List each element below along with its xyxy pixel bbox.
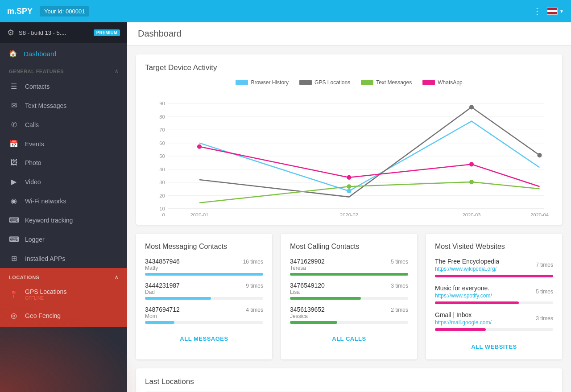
msg-contact-2-times: 9 times xyxy=(246,283,263,289)
calls-icon: ✆ xyxy=(9,120,19,129)
messages-icon: ✉ xyxy=(9,101,19,110)
logo: m.SPY xyxy=(7,7,33,16)
keyword-icon: ⌨ xyxy=(9,216,19,224)
call-contact-2-number: 3476549120 xyxy=(290,282,325,289)
sidebar-item-text-messages[interactable]: ✉ Text Messages xyxy=(0,96,127,115)
sidebar-item-keyword[interactable]: ⌨ Keyword tracking xyxy=(0,210,127,230)
flag-icon xyxy=(547,8,558,15)
legend-browser-label: Browser History xyxy=(251,79,289,86)
messaging-contacts-title: Most Messaging Contacts xyxy=(145,243,263,251)
legend-whatsapp: WhatsApp xyxy=(422,79,462,86)
sidebar-item-dashboard[interactable]: 🏠 Dashboard xyxy=(0,43,127,64)
messaging-contact-2: 3444231987 Dad 9 times xyxy=(145,282,263,300)
last-locations-card: Last Locations xyxy=(136,368,562,392)
all-messages-link[interactable]: ALL MESSAGES xyxy=(180,335,228,342)
device-name: S8 - build 13 - 5.... xyxy=(19,29,89,36)
collapse-icon: ∧ xyxy=(115,68,119,74)
msg-contact-1-times: 16 times xyxy=(243,259,263,265)
svg-point-28 xyxy=(469,180,474,184)
svg-point-26 xyxy=(537,153,542,157)
msg-contact-3-number: 3487694712 xyxy=(145,306,180,313)
sidebar-item-contacts[interactable]: ☰ Contacts xyxy=(0,77,127,96)
chart-svg: 90 80 70 60 50 40 30 20 10 0 2020-01 202… xyxy=(145,91,553,216)
device-bar: ⚙ S8 - build 13 - 5.... PREMIUM xyxy=(0,22,127,43)
sidebar-item-geofencing[interactable]: ◎ Geo Fencing xyxy=(0,306,127,325)
content-body: Target Device Activity Browser History G… xyxy=(127,45,571,392)
legend-browser: Browser History xyxy=(236,79,289,86)
svg-text:2020-04: 2020-04 xyxy=(530,212,549,216)
text-messages-label: Text Messages xyxy=(25,102,66,109)
msg-contact-2-number: 3444231987 xyxy=(145,282,180,289)
calling-contact-3: 3456139652 Jessica 2 times xyxy=(290,306,408,324)
apps-icon: ⊞ xyxy=(9,254,19,263)
call-contact-2-times: 3 times xyxy=(391,283,408,289)
all-calls-link[interactable]: ALL CALLS xyxy=(332,335,366,342)
geofencing-label: Geo Fencing xyxy=(25,312,61,319)
last-locations-title: Last Locations xyxy=(145,377,553,386)
chevron-icon: ▼ xyxy=(559,9,564,14)
messaging-contact-1: 3434857946 Matty 16 times xyxy=(145,258,263,276)
calling-contacts-title: Most Calling Contacts xyxy=(290,243,408,251)
svg-text:30: 30 xyxy=(159,180,165,185)
sidebar-item-wifi[interactable]: ◉ Wi-Fi networks xyxy=(0,191,127,210)
sidebar-item-installed-apps[interactable]: ⊞ Installed APPs xyxy=(0,249,127,268)
sidebar-item-calls[interactable]: ✆ Calls xyxy=(0,115,127,134)
website-3-url[interactable]: https://mail.google.com/ xyxy=(435,319,492,326)
all-calls-link-container: ALL CALLS xyxy=(290,330,408,342)
sidebar-item-video[interactable]: ▶ Video xyxy=(0,172,127,191)
website-1-url[interactable]: https://www.wikipedia.org/ xyxy=(435,266,499,272)
top-header: m.SPY Your Id: 000001 ⋮ ▼ xyxy=(0,0,571,22)
chart-legend: Browser History GPS Locations Text Messa… xyxy=(145,79,553,86)
messaging-contacts-card: Most Messaging Contacts 3434857946 Matty… xyxy=(136,234,272,359)
website-3-title: Gmail | Inbox xyxy=(435,311,492,318)
calling-contact-2: 3476549120 Lisa 3 times xyxy=(290,282,408,300)
installed-apps-label: Installed APPs xyxy=(25,255,65,262)
calls-label: Calls xyxy=(25,121,39,128)
svg-text:90: 90 xyxy=(159,101,165,106)
gps-status: OFFLINE xyxy=(25,296,66,301)
general-features-header: GENERAL FEATURES ∧ xyxy=(0,64,127,77)
website-1: The Free Encyclopedia https://www.wikipe… xyxy=(435,258,553,277)
geofencing-icon: ◎ xyxy=(9,311,19,320)
gps-label: GPS Locations OFFLINE xyxy=(25,288,66,301)
gps-icon: 📍 xyxy=(9,290,19,299)
more-options-icon[interactable]: ⋮ xyxy=(533,6,542,17)
website-2: Music for everyone. https://www.spotify.… xyxy=(435,285,553,304)
msg-contact-3-times: 4 times xyxy=(246,307,263,313)
website-3: Gmail | Inbox https://mail.google.com/ 3… xyxy=(435,311,553,331)
all-websites-link[interactable]: ALL WEBSITES xyxy=(471,343,517,350)
svg-point-25 xyxy=(469,105,474,109)
main-layout: ⚙ S8 - build 13 - 5.... PREMIUM 🏠 Dashbo… xyxy=(0,22,571,392)
language-selector[interactable]: ▼ xyxy=(547,8,564,15)
sidebar-item-gps[interactable]: 📍 GPS Locations OFFLINE xyxy=(0,283,127,306)
svg-text:20: 20 xyxy=(159,193,165,198)
website-1-title: The Free Encyclopedia xyxy=(435,258,499,265)
android-icon: ⚙ xyxy=(7,28,14,37)
sidebar-item-photo[interactable]: 🖼 Photo xyxy=(0,153,127,172)
user-id: Your Id: 000001 xyxy=(40,6,89,17)
all-messages-link-container: ALL MESSAGES xyxy=(145,330,263,342)
page-title: Dashboard xyxy=(138,29,182,39)
call-contact-2-name: Lisa xyxy=(290,289,325,295)
legend-whatsapp-label: WhatsApp xyxy=(438,79,462,86)
calling-contacts-card: Most Calling Contacts 3471629902 Teresa … xyxy=(281,234,417,359)
call-contact-3-name: Jessica xyxy=(290,313,325,319)
website-2-url[interactable]: https://www.spotify.com/ xyxy=(435,293,492,299)
call-contact-3-times: 2 times xyxy=(391,307,408,313)
svg-point-29 xyxy=(197,144,202,149)
events-label: Events xyxy=(25,140,44,148)
svg-text:2020-01: 2020-01 xyxy=(190,212,209,216)
video-icon: ▶ xyxy=(9,177,19,186)
keyword-label: Keyword tracking xyxy=(25,217,73,224)
svg-point-31 xyxy=(469,162,474,166)
stats-cards-row: Most Messaging Contacts 3434857946 Matty… xyxy=(136,234,562,359)
wifi-icon: ◉ xyxy=(9,197,19,205)
chart-title: Target Device Activity xyxy=(145,63,553,72)
legend-gps-label: GPS Locations xyxy=(314,79,350,86)
sidebar-item-events[interactable]: 📅 Events xyxy=(0,134,127,153)
locations-label: LOCATIONS xyxy=(9,275,39,280)
website-3-times: 3 times xyxy=(536,315,553,322)
sidebar-item-logger[interactable]: ⌨ Logger xyxy=(0,230,127,249)
chart-container: 90 80 70 60 50 40 30 20 10 0 2020-01 202… xyxy=(145,91,553,216)
call-contact-3-number: 3456139652 xyxy=(290,306,325,313)
